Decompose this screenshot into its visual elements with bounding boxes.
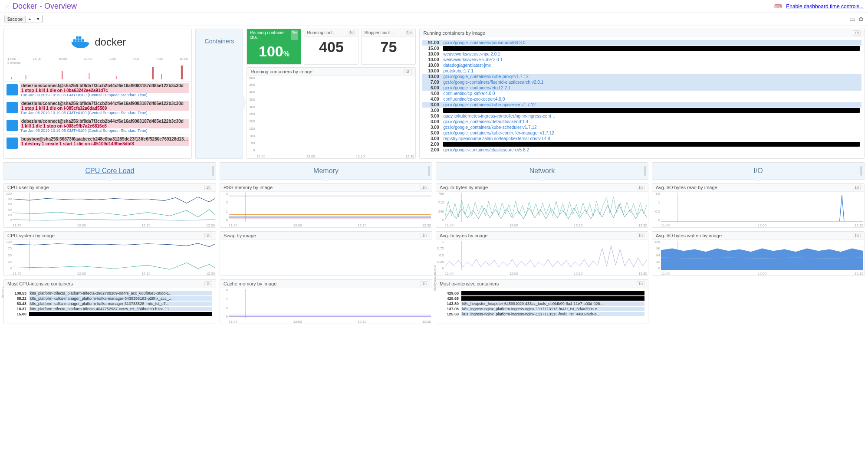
swap-chart[interactable]: Swap by image1h — [220, 231, 432, 276]
svg-rect-11 — [152, 67, 154, 79]
line-chart — [13, 241, 215, 270]
table-row[interactable]: 429.68redacted — [439, 296, 645, 301]
scope-label: $scope — [5, 16, 26, 23]
cpu-user-chart[interactable]: CPU user by image1h 100806040200 11:4512… — [3, 183, 216, 228]
image-row[interactable]: 2.00redacted — [422, 141, 861, 147]
scope-dropdown-button[interactable]: ▾ — [34, 15, 43, 23]
subbar: $scope + ▾ ▭ ✿ — [0, 13, 868, 26]
docker-event-icon — [7, 84, 18, 95]
keyboard-icon[interactable]: ⌨ — [774, 3, 782, 10]
image-row[interactable]: 91.00gcr.io/google_containers/pause-amd6… — [422, 40, 861, 46]
io-write-chart[interactable]: Avg. I/O bytes written by image1h 128966… — [652, 231, 865, 276]
rx-bytes-chart[interactable]: Avg. rx bytes by image1h 7685122560 11:4… — [436, 183, 648, 228]
cache-memory-chart[interactable]: Cache memory by image1h 6420 11:4512:001… — [220, 279, 432, 324]
event-row[interactable]: busybox@sha256:36873f6aaabeeeb248c0ba312… — [4, 134, 191, 151]
cpu-top-containers[interactable]: Most CPU-intensive containers1h percent … — [3, 279, 216, 324]
event-row[interactable]: debezium/connect@sha256:bf8da7f3ccb2b44c… — [4, 117, 191, 134]
image-row[interactable]: 10.00gcr.io/google_containers/kube-proxy… — [422, 74, 861, 79]
tab-i-o[interactable]: I/O — [652, 162, 865, 180]
image-row[interactable]: 3.00gcr.io/google_containers/kube-apiser… — [422, 102, 861, 108]
image-row[interactable]: 3.00gcr.io/google_containers/defaultback… — [422, 119, 861, 125]
table-row[interactable]: 18.37k8s_platform-trifecta_platform-trif… — [7, 306, 213, 311]
table-row[interactable]: 85.22k8s_platform-kafka-manager_platform… — [7, 296, 213, 301]
svg-rect-10 — [116, 76, 117, 79]
io-read-chart[interactable]: Avg. I/O bytes read by image1h 1.510.50 … — [652, 183, 865, 228]
docker-event-icon — [7, 102, 18, 113]
tx-bytes-chart[interactable]: Avg. tx bytes by image1h 10.750.50.250 1… — [436, 231, 648, 276]
svg-rect-0 — [73, 39, 76, 42]
stat-running-changed[interactable]: Running container cha…5m 100% — [247, 29, 301, 65]
table-row[interactable]: 83.48k8s_platform-kafka-manager_platform… — [7, 301, 213, 306]
image-row[interactable]: 3.00redacted — [422, 108, 861, 113]
docker-logo: docker — [4, 29, 191, 55]
tab-network[interactable]: Network — [436, 162, 648, 180]
svg-rect-6 — [11, 77, 12, 79]
event-row[interactable]: debezium/connect@sha256:bf8da7f3ccb2b44c… — [4, 81, 191, 99]
image-row[interactable]: 10.00weaveworks/weave-npc:2.0.1 — [422, 51, 861, 57]
line-chart — [445, 241, 647, 270]
image-row[interactable]: 10.00protokube:1.7.1 — [422, 68, 861, 74]
image-row[interactable]: 10.00weaveworks/weave-kube:2.0.1 — [422, 57, 861, 62]
image-row[interactable]: 3.00quay.io/kubernetes-ingress-controlle… — [422, 113, 861, 119]
rss-memory-chart[interactable]: RSS memory by image1h 3210 11:4512:0012:… — [220, 183, 432, 228]
docker-events-panel: docker 13:0016:0019:0022:001:004:007:001… — [3, 29, 192, 159]
image-row[interactable]: 3.00registry.opensource.zalan.do/teapot/… — [422, 136, 861, 141]
table-row[interactable]: 137.06k8s_ingress-nginx_platform-ingress… — [439, 306, 645, 311]
event-count-label: 8 events — [7, 61, 188, 65]
image-row[interactable]: 7.00gcr.io/google-containers/fluentd-ela… — [422, 79, 861, 85]
image-row[interactable]: 6.00gcr.io/google_containers/etcd:2.2.1 — [422, 85, 861, 91]
area-chart — [661, 241, 863, 270]
svg-rect-4 — [79, 36, 82, 39]
favorite-star-icon[interactable]: ☆ — [4, 3, 10, 10]
image-row[interactable]: 4.00confluentinc/cp-kafka:4.0.0 — [422, 91, 861, 96]
settings-gear-icon[interactable]: ✿ — [858, 16, 864, 23]
table-row[interactable]: 143.80k8s_heapster_heapster-645991029-43… — [439, 301, 645, 306]
svg-rect-2 — [79, 39, 82, 42]
image-row[interactable]: 15.00redacted — [422, 46, 861, 51]
image-row[interactable]: 2.00gcr.io/google-containers/elasticsear… — [422, 147, 861, 153]
line-chart — [445, 193, 647, 222]
docker-event-icon — [7, 120, 18, 131]
line-chart — [13, 193, 215, 222]
table-row[interactable]: 108.53k8s_platform-trifecta_platform-tri… — [7, 291, 213, 296]
empty-cell — [652, 279, 865, 324]
image-row[interactable]: 3.00gcr.io/google_containers/kube-contro… — [422, 130, 861, 136]
svg-rect-7 — [26, 75, 26, 79]
events-list: debezium/connect@sha256:bf8da7f3ccb2b44c… — [4, 81, 191, 158]
scope-plus-button[interactable]: + — [26, 16, 34, 23]
scope-variable[interactable]: $scope + ▾ — [4, 15, 43, 23]
table-row[interactable]: 15.80redacted — [7, 311, 213, 317]
enable-time-controls-link[interactable]: Enable dashboard time controls... — [786, 3, 864, 10]
table-row[interactable]: 125.50k8s_ingress-nginx_platform-ingress… — [439, 311, 645, 317]
docker-whale-icon — [69, 34, 91, 50]
svg-rect-12 — [161, 74, 162, 79]
arrow-notch-icon — [243, 94, 246, 111]
topbar: ☆ Docker - Overview ⌨ Enable dashboard t… — [0, 0, 868, 13]
image-row[interactable]: 10.00datadog/agent:latest-jmx — [422, 62, 861, 68]
stat-stopped-containers[interactable]: Stopped cont…1m 75 — [361, 29, 416, 65]
tab-cpu-core-load[interactable]: CPU Core Load — [3, 162, 216, 180]
docker-logo-text: docker — [95, 36, 126, 48]
line-chart — [661, 193, 863, 222]
cpu-system-chart[interactable]: CPU system by image1h 1007550250 11:4512… — [3, 231, 216, 276]
svg-rect-5 — [82, 39, 84, 42]
line-chart — [229, 193, 431, 222]
sparkline-bars — [7, 65, 188, 80]
stat-running-containers[interactable]: Running cont…1m 405 — [304, 29, 358, 65]
svg-rect-1 — [76, 39, 79, 42]
running-by-image-list[interactable]: Running containers by image1h 91.00gcr.i… — [419, 29, 865, 159]
svg-rect-13 — [181, 66, 183, 79]
table-row[interactable]: 429.68redacted — [439, 291, 645, 296]
image-row[interactable]: 3.00gcr.io/google_containers/kube-schedu… — [422, 125, 861, 130]
event-sparkline[interactable]: 13:0016:0019:0022:001:004:007:0010:00 8 … — [4, 55, 191, 81]
line-chart — [229, 289, 431, 318]
tv-mode-icon[interactable]: ▭ — [849, 16, 855, 23]
section-tabs: CPU Core Load Memory Network I/O — [3, 162, 865, 180]
svg-rect-8 — [62, 71, 63, 79]
tx-top-containers[interactable]: Most tx-intensive containers1h kibibytes… — [436, 279, 648, 324]
docker-event-icon — [7, 138, 18, 149]
running-by-image-chart[interactable]: Running containers by image1h 5004504003… — [247, 67, 416, 159]
image-row[interactable]: 4.00confluentinc/cp-zookeeper:4.0.0 — [422, 96, 861, 102]
event-row[interactable]: debezium/connect@sha256:bf8da7f3ccb2b44c… — [4, 99, 191, 117]
tab-memory[interactable]: Memory — [220, 162, 432, 180]
